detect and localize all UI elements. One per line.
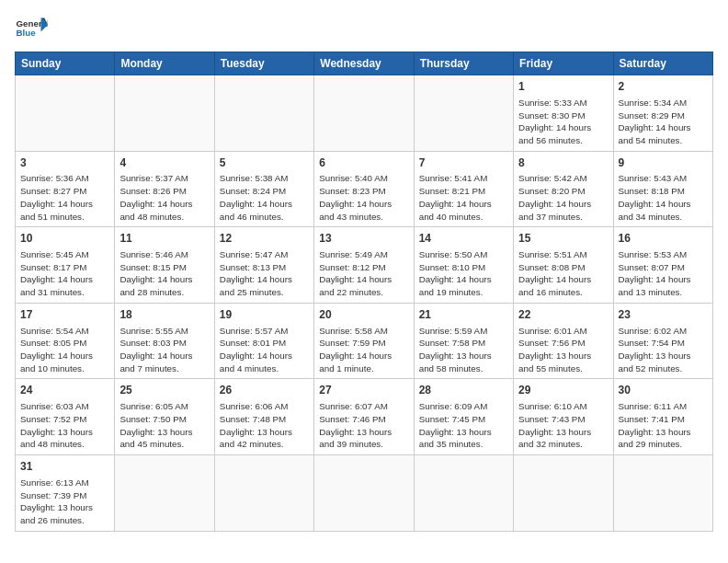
day-info: Sunrise: 5:57 AM Sunset: 8:01 PM Dayligh…	[220, 325, 309, 375]
calendar-cell: 1Sunrise: 5:33 AM Sunset: 8:30 PM Daylig…	[514, 75, 613, 152]
calendar-cell: 17Sunrise: 5:54 AM Sunset: 8:05 PM Dayli…	[16, 303, 115, 379]
day-number: 27	[319, 383, 408, 398]
day-number: 17	[20, 307, 109, 323]
day-number: 26	[220, 383, 309, 398]
day-number: 31	[20, 459, 109, 475]
calendar-cell	[214, 455, 313, 532]
weekday-header-sunday: Sunday	[16, 52, 115, 75]
day-number: 24	[20, 383, 109, 398]
calendar-cell: 27Sunrise: 6:07 AM Sunset: 7:46 PM Dayli…	[314, 379, 414, 455]
weekday-header-wednesday: Wednesday	[314, 52, 414, 75]
calendar-cell: 9Sunrise: 5:43 AM Sunset: 8:18 PM Daylig…	[613, 151, 712, 227]
day-number: 6	[319, 155, 408, 171]
calendar-cell: 21Sunrise: 5:59 AM Sunset: 7:58 PM Dayli…	[414, 303, 513, 379]
day-number: 16	[619, 231, 708, 247]
calendar-cell: 10Sunrise: 5:45 AM Sunset: 8:17 PM Dayli…	[16, 227, 115, 304]
calendar-cell	[613, 455, 712, 532]
calendar-cell: 29Sunrise: 6:10 AM Sunset: 7:43 PM Dayli…	[514, 379, 613, 455]
calendar-cell: 20Sunrise: 5:58 AM Sunset: 7:59 PM Dayli…	[314, 303, 414, 379]
calendar-cell: 8Sunrise: 5:42 AM Sunset: 8:20 PM Daylig…	[514, 151, 613, 227]
day-info: Sunrise: 5:36 AM Sunset: 8:27 PM Dayligh…	[20, 172, 109, 223]
calendar-cell	[214, 75, 313, 152]
day-info: Sunrise: 5:53 AM Sunset: 8:07 PM Dayligh…	[619, 248, 708, 299]
day-info: Sunrise: 6:10 AM Sunset: 7:43 PM Dayligh…	[518, 400, 608, 451]
header: General Blue	[15, 11, 713, 44]
day-number: 23	[619, 307, 708, 323]
day-info: Sunrise: 5:55 AM Sunset: 8:03 PM Dayligh…	[119, 325, 209, 375]
calendar-cell: 22Sunrise: 6:01 AM Sunset: 7:56 PM Dayli…	[514, 303, 613, 379]
calendar-cell: 14Sunrise: 5:50 AM Sunset: 8:10 PM Dayli…	[414, 227, 513, 304]
calendar-cell: 23Sunrise: 6:02 AM Sunset: 7:54 PM Dayli…	[613, 303, 712, 379]
weekday-header-monday: Monday	[115, 52, 214, 75]
day-info: Sunrise: 5:38 AM Sunset: 8:24 PM Dayligh…	[220, 172, 309, 223]
day-info: Sunrise: 5:47 AM Sunset: 8:13 PM Dayligh…	[220, 248, 309, 299]
day-info: Sunrise: 5:40 AM Sunset: 8:23 PM Dayligh…	[319, 172, 408, 223]
day-number: 18	[119, 307, 209, 323]
day-info: Sunrise: 5:58 AM Sunset: 7:59 PM Dayligh…	[319, 325, 408, 375]
day-number: 25	[119, 383, 209, 398]
day-info: Sunrise: 6:05 AM Sunset: 7:50 PM Dayligh…	[119, 400, 209, 451]
calendar-week-3: 10Sunrise: 5:45 AM Sunset: 8:17 PM Dayli…	[16, 227, 713, 304]
day-info: Sunrise: 6:02 AM Sunset: 7:54 PM Dayligh…	[619, 325, 708, 375]
weekday-header-row: SundayMondayTuesdayWednesdayThursdayFrid…	[16, 52, 713, 75]
calendar-cell: 4Sunrise: 5:37 AM Sunset: 8:26 PM Daylig…	[115, 151, 214, 227]
day-number: 14	[419, 231, 508, 247]
day-number: 4	[119, 155, 209, 171]
day-number: 13	[319, 231, 408, 247]
day-info: Sunrise: 5:43 AM Sunset: 8:18 PM Dayligh…	[619, 172, 708, 223]
calendar-cell	[414, 455, 513, 532]
day-info: Sunrise: 5:51 AM Sunset: 8:08 PM Dayligh…	[518, 248, 608, 299]
calendar-cell: 15Sunrise: 5:51 AM Sunset: 8:08 PM Dayli…	[514, 227, 613, 304]
day-number: 22	[518, 307, 608, 323]
day-number: 20	[319, 307, 408, 323]
calendar-cell: 3Sunrise: 5:36 AM Sunset: 8:27 PM Daylig…	[16, 151, 115, 227]
calendar-cell	[16, 75, 115, 152]
calendar-cell	[115, 455, 214, 532]
calendar-week-5: 24Sunrise: 6:03 AM Sunset: 7:52 PM Dayli…	[16, 379, 713, 455]
calendar-cell: 31Sunrise: 6:13 AM Sunset: 7:39 PM Dayli…	[16, 455, 115, 532]
day-number: 1	[518, 79, 608, 95]
calendar-cell	[514, 455, 613, 532]
day-number: 15	[518, 231, 608, 247]
day-info: Sunrise: 5:49 AM Sunset: 8:12 PM Dayligh…	[319, 248, 408, 299]
day-number: 21	[419, 307, 508, 323]
day-info: Sunrise: 5:37 AM Sunset: 8:26 PM Dayligh…	[119, 172, 209, 223]
calendar-cell: 28Sunrise: 6:09 AM Sunset: 7:45 PM Dayli…	[414, 379, 513, 455]
day-info: Sunrise: 5:34 AM Sunset: 8:29 PM Dayligh…	[619, 97, 708, 147]
calendar-cell: 11Sunrise: 5:46 AM Sunset: 8:15 PM Dayli…	[115, 227, 214, 304]
calendar-week-4: 17Sunrise: 5:54 AM Sunset: 8:05 PM Dayli…	[16, 303, 713, 379]
day-info: Sunrise: 5:45 AM Sunset: 8:17 PM Dayligh…	[20, 248, 109, 299]
calendar-cell: 5Sunrise: 5:38 AM Sunset: 8:24 PM Daylig…	[214, 151, 313, 227]
calendar-week-6: 31Sunrise: 6:13 AM Sunset: 7:39 PM Dayli…	[16, 455, 713, 532]
calendar-cell: 7Sunrise: 5:41 AM Sunset: 8:21 PM Daylig…	[414, 151, 513, 227]
day-number: 28	[419, 383, 508, 398]
calendar-week-2: 3Sunrise: 5:36 AM Sunset: 8:27 PM Daylig…	[16, 151, 713, 227]
calendar-cell	[414, 75, 513, 152]
day-number: 3	[20, 155, 109, 171]
day-info: Sunrise: 6:07 AM Sunset: 7:46 PM Dayligh…	[319, 400, 408, 451]
calendar-cell: 30Sunrise: 6:11 AM Sunset: 7:41 PM Dayli…	[613, 379, 712, 455]
day-info: Sunrise: 5:42 AM Sunset: 8:20 PM Dayligh…	[518, 172, 608, 223]
calendar-week-1: 1Sunrise: 5:33 AM Sunset: 8:30 PM Daylig…	[16, 75, 713, 152]
calendar-cell: 19Sunrise: 5:57 AM Sunset: 8:01 PM Dayli…	[214, 303, 313, 379]
weekday-header-friday: Friday	[514, 52, 613, 75]
calendar-cell: 16Sunrise: 5:53 AM Sunset: 8:07 PM Dayli…	[613, 227, 712, 304]
weekday-header-tuesday: Tuesday	[214, 52, 313, 75]
calendar-page: General Blue SundayMondayTuesdayWednesda…	[0, 0, 728, 563]
calendar-cell: 2Sunrise: 5:34 AM Sunset: 8:29 PM Daylig…	[613, 75, 712, 152]
day-info: Sunrise: 5:33 AM Sunset: 8:30 PM Dayligh…	[518, 97, 608, 147]
day-number: 5	[220, 155, 309, 171]
day-info: Sunrise: 6:03 AM Sunset: 7:52 PM Dayligh…	[20, 400, 109, 451]
day-number: 19	[220, 307, 309, 323]
weekday-header-thursday: Thursday	[414, 52, 513, 75]
day-number: 7	[419, 155, 508, 171]
day-info: Sunrise: 6:06 AM Sunset: 7:48 PM Dayligh…	[220, 400, 309, 451]
day-number: 8	[518, 155, 608, 171]
day-info: Sunrise: 6:11 AM Sunset: 7:41 PM Dayligh…	[619, 400, 708, 451]
day-info: Sunrise: 6:13 AM Sunset: 7:39 PM Dayligh…	[20, 477, 109, 527]
day-number: 11	[119, 231, 209, 247]
day-info: Sunrise: 6:09 AM Sunset: 7:45 PM Dayligh…	[419, 400, 508, 451]
day-info: Sunrise: 5:50 AM Sunset: 8:10 PM Dayligh…	[419, 248, 508, 299]
day-number: 12	[220, 231, 309, 247]
calendar-cell: 13Sunrise: 5:49 AM Sunset: 8:12 PM Dayli…	[314, 227, 414, 304]
